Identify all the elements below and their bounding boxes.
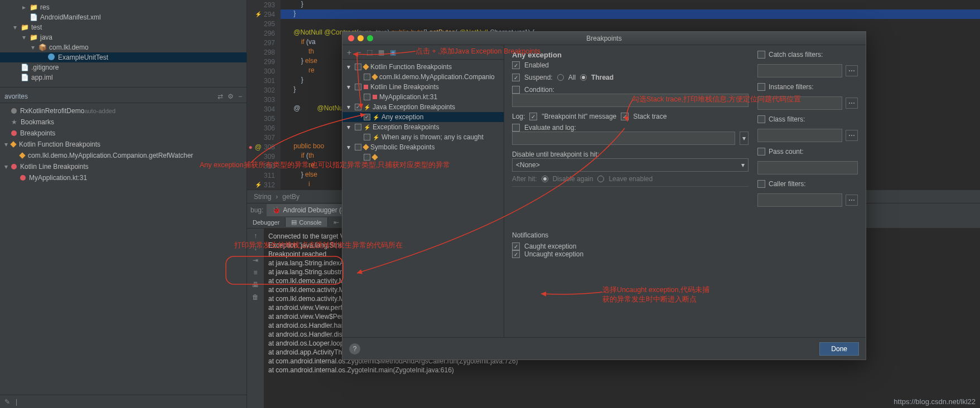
bp-enable-checkbox[interactable]	[355, 144, 361, 150]
browse-button[interactable]: ⋯	[846, 65, 858, 76]
breakpoint-tree-item[interactable]: ▾⚡Java Exception Breakpoints	[342, 102, 504, 112]
tab-debugger[interactable]: Debugger	[247, 218, 286, 227]
all-radio[interactable]	[557, 74, 564, 81]
breakpoint-tree-item[interactable]: ▾Kotlin Line Breakpoints	[342, 82, 504, 92]
caller-filters-cb[interactable]	[757, 180, 765, 188]
log-hit-checkbox[interactable]	[529, 113, 537, 120]
divider-icon: |	[16, 398, 17, 406]
favorites-gear-icon[interactable]: ⚙	[228, 93, 234, 100]
remove-breakpoint-button[interactable]: −	[357, 48, 361, 56]
caught-checkbox[interactable]	[512, 242, 520, 250]
condition-checkbox[interactable]	[512, 86, 520, 94]
done-button[interactable]: Done	[819, 342, 859, 356]
pass-count-input[interactable]	[757, 161, 858, 174]
dialog-footer: ? Done	[342, 337, 866, 360]
bp-enable-checkbox[interactable]	[364, 94, 370, 100]
tree-row[interactable]: ▾📁test	[0, 22, 247, 32]
filter-icon[interactable]: ≡	[253, 269, 257, 276]
bp-enable-checkbox[interactable]	[364, 114, 370, 120]
class-filters-cb[interactable]	[757, 115, 765, 123]
breakpoint-tree-item[interactable]: ▾Kotlin Function Breakpoints	[342, 62, 504, 72]
browse-button[interactable]: ⋯	[846, 195, 858, 206]
breakpoints-toolbar: + − ⬚ ▦ ▣	[342, 45, 504, 60]
bp-filter-icon[interactable]: ▣	[390, 48, 396, 56]
caller-filters-input[interactable]	[757, 193, 842, 207]
bp-enable-checkbox[interactable]	[355, 124, 361, 130]
class-filters-input[interactable]	[757, 129, 842, 142]
pass-count-cb[interactable]	[757, 148, 765, 156]
breadcrumb-item[interactable]: getBy	[282, 193, 300, 201]
help-button[interactable]: ?	[349, 343, 360, 354]
breakpoint-tree-item[interactable]: ▾Symbolic Breakpoints	[342, 142, 504, 152]
edit-icon[interactable]: ✎	[4, 398, 10, 406]
breakpoint-tree-item[interactable]: MyApplication.kt:31	[342, 92, 504, 102]
tree-row[interactable]: 📄app.iml	[0, 72, 247, 82]
window-controls[interactable]	[342, 35, 373, 41]
tree-row[interactable]: 📄AndroidManifest.xml	[0, 12, 247, 22]
bp-enable-checkbox[interactable]	[355, 84, 361, 90]
breakpoint-tree-item[interactable]	[342, 152, 504, 162]
browse-button[interactable]: ⋯	[846, 130, 858, 141]
catch-filters-cb[interactable]	[757, 51, 765, 59]
wrap-icon[interactable]: ⇥	[253, 256, 258, 264]
maximize-window-icon[interactable]	[367, 35, 373, 41]
thread-radio[interactable]	[580, 74, 587, 81]
breakpoint-tree-item[interactable]: ⚡When any is thrown; any is caught	[342, 132, 504, 142]
condition-input[interactable]	[512, 94, 749, 107]
breakpoints-tree[interactable]: ▾Kotlin Function Breakpointscom.lkl.demo…	[342, 60, 504, 337]
dialog-titlebar[interactable]: Breakpoints	[342, 32, 866, 45]
tree-row[interactable]: ExampleUnitTest	[0, 52, 247, 62]
disable-again-radio[interactable]	[542, 176, 548, 182]
favorites-sort-icon[interactable]: ⇄	[218, 93, 223, 100]
enabled-checkbox[interactable]	[512, 61, 520, 69]
bp-enable-checkbox[interactable]	[355, 104, 361, 110]
breakpoints-tree-panel: + − ⬚ ▦ ▣ ▾Kotlin Function Breakpointsco…	[342, 45, 504, 337]
favorites-item[interactable]: MyApplication.kt:31	[0, 172, 247, 183]
instance-filters-input[interactable]	[757, 96, 842, 110]
favorites-item[interactable]: ▾Kotlin Function Breakpoints	[0, 139, 247, 150]
tree-row[interactable]: ▸📁res	[0, 2, 247, 12]
uncaught-checkbox[interactable]	[512, 250, 520, 258]
favorites-item[interactable]: RxKotlinRetrofitDemo auto-added	[0, 105, 247, 116]
minimize-window-icon[interactable]	[358, 35, 364, 41]
eval-input[interactable]	[512, 132, 735, 145]
suspend-checkbox[interactable]	[512, 74, 520, 81]
up-icon[interactable]: ↑	[254, 232, 257, 240]
tab-console[interactable]: ▤ Console	[286, 217, 327, 227]
bp-group-icon[interactable]: ▦	[378, 48, 384, 56]
debug-icon: 🐞	[272, 206, 281, 214]
eval-checkbox[interactable]	[512, 124, 520, 132]
breadcrumb-item[interactable]: String	[254, 193, 271, 201]
tree-row[interactable]: ▾📦com.lkl.demo	[0, 42, 247, 52]
bp-enable-checkbox[interactable]	[355, 64, 361, 70]
tree-row[interactable]: 📄.gitignore	[0, 62, 247, 72]
favorites-item[interactable]: ★Bookmarks	[0, 116, 247, 128]
trash-icon[interactable]: 🗑	[252, 293, 259, 301]
breakpoint-tree-item[interactable]: ⚡Any exception	[342, 112, 504, 122]
favorites-bottom-toolbar: ✎ |	[0, 395, 247, 408]
print-icon[interactable]: 🖶	[252, 281, 259, 289]
stack-trace-checkbox[interactable]	[621, 113, 629, 120]
browse-button[interactable]: ⋯	[846, 98, 858, 109]
console-icon: ▤	[291, 218, 297, 226]
favorites-item[interactable]: Breakpoints	[0, 128, 247, 139]
instance-filters-cb[interactable]	[757, 83, 765, 91]
catch-filters-input[interactable]	[757, 64, 842, 77]
favorites-item[interactable]: com.lkl.demo.MyApplication.Companion.get…	[0, 150, 247, 161]
leave-enabled-radio[interactable]	[597, 176, 604, 182]
bp-enable-checkbox[interactable]	[364, 134, 370, 140]
favorites-item[interactable]: ▾Kotlin Line Breakpoints	[0, 161, 247, 172]
eval-expand-button[interactable]: ▾	[740, 132, 749, 145]
debug-step-icon[interactable]: ⇤	[334, 218, 339, 226]
breakpoint-tree-item[interactable]: ▾⚡Exception Breakpoints	[342, 122, 504, 132]
tree-row[interactable]: ▾📁java	[0, 32, 247, 42]
favorites-minimize-icon[interactable]: −	[238, 93, 242, 100]
breakpoint-tree-item[interactable]: com.lkl.demo.MyApplication.Companio	[342, 72, 504, 82]
bp-view-icon[interactable]: ⬚	[366, 48, 373, 56]
bp-enable-checkbox[interactable]	[364, 154, 370, 161]
disable-until-select[interactable]: <None>▾	[512, 158, 749, 172]
close-window-icon[interactable]	[348, 35, 354, 41]
down-icon[interactable]: ↓	[254, 244, 257, 252]
bp-enable-checkbox[interactable]	[364, 74, 370, 80]
add-breakpoint-button[interactable]: +	[347, 48, 351, 57]
